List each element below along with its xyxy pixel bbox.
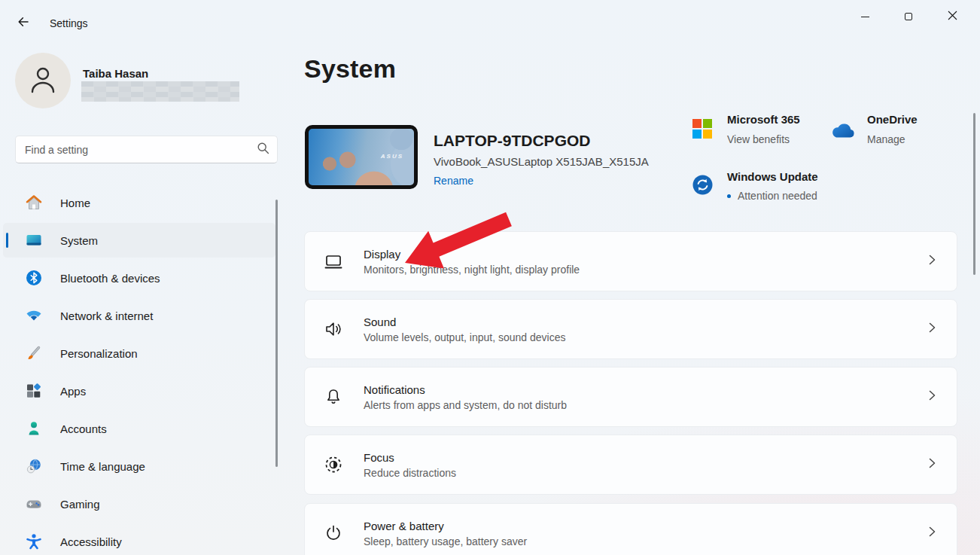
card-subtitle: Reduce distractions — [364, 467, 927, 479]
close-button[interactable] — [930, 0, 974, 33]
chevron-right-icon — [927, 458, 937, 471]
sidebar-item-home[interactable]: Home — [3, 185, 275, 220]
card-subtitle: Sleep, battery usage, battery saver — [364, 535, 927, 547]
sidebar-item-label: Accessibility — [60, 535, 122, 548]
card-text: Focus Reduce distractions — [364, 451, 927, 479]
accessibility-icon — [24, 532, 44, 551]
sidebar-item-personalization[interactable]: Personalization — [3, 336, 275, 371]
card-subtitle: Monitors, brightness, night light, displ… — [364, 264, 927, 276]
card-text: Sound Volume levels, output, input, soun… — [364, 316, 927, 343]
card-focus[interactable]: Focus Reduce distractions — [304, 435, 957, 495]
sidebar-item-accounts[interactable]: Accounts — [3, 411, 275, 446]
power-icon — [323, 523, 344, 544]
sidebar-item-label: System — [60, 234, 98, 247]
sidebar-item-label: Home — [60, 197, 90, 209]
status-dot-icon — [727, 194, 731, 198]
back-arrow-icon — [17, 15, 30, 32]
chevron-right-icon — [927, 255, 937, 268]
card-text: Notifications Alerts from apps and syste… — [364, 383, 927, 411]
card-title: Power & battery — [364, 520, 927, 532]
window-title: Settings — [50, 17, 88, 29]
card-title: Notifications — [364, 383, 927, 396]
close-icon — [948, 10, 957, 23]
person-icon — [26, 62, 60, 99]
device-model: VivoBook_ASUSLaptop X515JAB_X515JA — [434, 155, 649, 168]
device-thumbnail: ASUS — [305, 125, 418, 189]
search-box — [15, 136, 278, 163]
device-brand-logo: ASUS — [381, 153, 403, 160]
search-input[interactable] — [25, 144, 257, 156]
bluetooth-icon — [24, 268, 44, 288]
sidebar-item-apps[interactable]: Apps — [3, 374, 275, 408]
chevron-right-icon — [927, 322, 937, 336]
display-icon — [323, 251, 344, 272]
card-display[interactable]: Display Monitors, brightness, night ligh… — [304, 231, 957, 291]
window-controls — [843, 0, 974, 36]
system-icon — [24, 230, 44, 250]
card-notifications[interactable]: Notifications Alerts from apps and syste… — [304, 367, 957, 427]
personalization-icon — [24, 343, 44, 363]
gaming-icon — [24, 494, 44, 514]
time-language-icon — [24, 456, 44, 476]
home-icon — [24, 193, 44, 212]
chevron-right-icon — [927, 390, 937, 404]
windows-update-status-text: Attention needed — [738, 190, 817, 202]
card-subtitle: Alerts from apps and system, do not dist… — [364, 399, 927, 411]
sidebar-item-label: Accounts — [60, 422, 107, 435]
microsoft365-title[interactable]: Microsoft 365 — [727, 113, 800, 126]
minimize-button[interactable] — [843, 0, 887, 33]
sidebar-scrollbar[interactable] — [275, 200, 278, 467]
card-subtitle: Volume levels, output, input, sound devi… — [364, 331, 927, 343]
card-power-battery[interactable]: Power & battery Sleep, battery usage, ba… — [304, 503, 957, 555]
maximize-icon — [905, 13, 912, 20]
sidebar-item-label: Apps — [60, 385, 86, 398]
minimize-icon — [861, 17, 869, 17]
avatar[interactable] — [15, 53, 71, 108]
windows-update-status: Attention needed — [727, 190, 817, 202]
profile-email-redacted — [81, 81, 239, 102]
notifications-icon — [323, 386, 344, 407]
back-button[interactable] — [12, 12, 35, 35]
microsoft-logo-icon — [692, 119, 712, 139]
onedrive-link[interactable]: Manage — [867, 133, 905, 145]
maximize-button[interactable] — [887, 0, 930, 33]
profile-name[interactable]: Taiba Hasan — [83, 67, 148, 80]
card-text: Display Monitors, brightness, night ligh… — [364, 248, 927, 276]
card-title: Focus — [364, 451, 927, 464]
sidebar-item-accessibility[interactable]: Accessibility — [3, 524, 275, 555]
windows-update-title[interactable]: Windows Update — [727, 170, 818, 183]
settings-window: { "titlebar": { "title": "Settings" }, "… — [0, 0, 980, 555]
sidebar-item-system[interactable]: System — [3, 223, 275, 258]
card-title: Sound — [364, 316, 927, 328]
microsoft365-link[interactable]: View benefits — [727, 133, 790, 145]
card-title: Display — [364, 248, 927, 261]
card-text: Power & battery Sleep, battery usage, ba… — [364, 520, 927, 547]
apps-icon — [24, 381, 44, 401]
onedrive-title[interactable]: OneDrive — [867, 113, 918, 126]
sidebar-item-label: Time & language — [60, 460, 145, 473]
sidebar-item-label: Personalization — [60, 347, 138, 360]
network-icon — [24, 306, 44, 325]
card-sound[interactable]: Sound Volume levels, output, input, soun… — [304, 299, 957, 359]
sound-icon — [323, 319, 344, 340]
page-title: System — [304, 54, 396, 84]
sidebar-item-gaming[interactable]: Gaming — [3, 486, 275, 521]
sidebar-item-label: Network & internet — [60, 310, 153, 322]
search-icon[interactable] — [257, 142, 269, 157]
sidebar-item-network-internet[interactable]: Network & internet — [3, 298, 275, 333]
sidebar-item-label: Gaming — [60, 498, 100, 511]
titlebar: Settings — [0, 0, 980, 36]
sidebar-item-bluetooth-devices[interactable]: Bluetooth & devices — [3, 261, 275, 295]
device-name: LAPTOP-9TDCPGOD — [434, 132, 590, 150]
sidebar-item-label: Bluetooth & devices — [60, 272, 160, 285]
sidebar-nav: Home System Bluetooth & devices Network … — [3, 185, 275, 555]
windows-update-icon — [692, 175, 713, 195]
rename-link[interactable]: Rename — [434, 175, 473, 187]
main-scrollbar[interactable] — [973, 113, 975, 275]
onedrive-icon — [829, 122, 857, 143]
accounts-icon — [24, 419, 44, 438]
focus-icon — [323, 454, 344, 475]
chevron-right-icon — [927, 526, 937, 540]
sidebar-item-time-language[interactable]: Time & language — [3, 449, 275, 483]
